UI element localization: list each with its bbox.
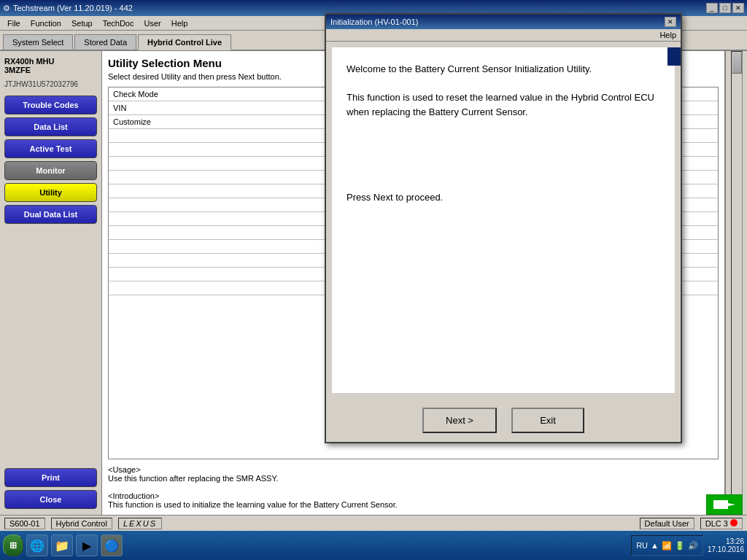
dialog-body: Welcome to the Battery Current Sensor In…	[332, 47, 675, 393]
data-list-button[interactable]: Data List	[4, 117, 97, 136]
taskbar-icon-folder[interactable]: 📁	[51, 534, 73, 556]
tab-system-select[interactable]: System Select	[3, 34, 73, 50]
clock-date: 17.10.2016	[708, 545, 744, 553]
tray-icon-1: ▲	[651, 541, 659, 550]
tab-hybrid-control-live[interactable]: Hybrid Control Live	[138, 34, 231, 50]
tab-stored-data[interactable]: Stored Data	[74, 34, 136, 50]
scrollbar[interactable]	[731, 51, 743, 515]
clock: 13:26 17.10.2016	[708, 537, 744, 553]
title-bar-left: ⚙ Techstream (Ver 11.20.019) - 442	[3, 4, 133, 13]
dialog-welcome-text: Welcome to the Battery Current Sensor In…	[347, 62, 660, 77]
menu-user[interactable]: User	[139, 18, 165, 29]
intro-label: <Introduction>	[108, 491, 719, 500]
app-icon: ⚙	[3, 4, 10, 13]
scrollbar-thumb[interactable]	[732, 52, 742, 74]
status-bar: S600-01 Hybrid Control LEXUS Default Use…	[0, 515, 747, 531]
exit-button[interactable]: Exit	[511, 408, 584, 433]
system-tray: RU ▲ 📶 🔋 🔊	[631, 535, 703, 556]
vin-info: JTJHW31U572032796	[4, 80, 97, 88]
arrow-button[interactable]	[706, 494, 743, 515]
maximize-button[interactable]: □	[719, 3, 731, 13]
trouble-codes-button[interactable]: Trouble Codes	[4, 96, 97, 114]
taskbar-icon-media[interactable]: ▶	[76, 534, 98, 556]
right-panel	[725, 51, 747, 515]
dialog-help-menu: Help	[326, 29, 681, 42]
menu-techdoc[interactable]: TechDoc	[98, 18, 139, 29]
sidebar: RX400h MHU3MZFE JTJHW31U572032796 Troubl…	[0, 51, 102, 515]
monitor-button[interactable]: Monitor	[4, 161, 97, 180]
usage-text: Use this function after replacing the SM…	[108, 474, 719, 483]
utility-button[interactable]: Utility	[4, 183, 97, 202]
print-button[interactable]: Print	[4, 468, 97, 487]
menu-function[interactable]: Function	[26, 18, 66, 29]
start-button[interactable]: ⊞	[3, 534, 23, 556]
dlc-indicator	[730, 519, 738, 526]
arrow-right-icon	[713, 499, 735, 510]
tray-icon-2: 📶	[662, 541, 672, 551]
intro-text: This function is used to initialize the …	[108, 500, 719, 509]
dialog-description-text: This function is used to reset the learn…	[347, 90, 660, 119]
usage-label: <Usage>	[108, 465, 719, 474]
dialog-title-bar: Initialization (HV-01-001) ✕	[326, 15, 681, 29]
usage-section: <Usage> Use this function after replacin…	[108, 465, 719, 509]
dialog-title: Initialization (HV-01-001)	[330, 18, 418, 26]
blue-accent-bar	[667, 47, 681, 66]
status-code: S600-01	[4, 518, 45, 529]
dialog-help-label[interactable]: Help	[659, 31, 676, 39]
svg-marker-0	[713, 500, 735, 509]
taskbar-icon-app[interactable]: 🔵	[101, 534, 123, 556]
locale-indicator: RU	[636, 541, 648, 550]
taskbar-right: RU ▲ 📶 🔋 🔊 13:26 17.10.2016	[631, 535, 744, 556]
dialog-proceed-text: Press Next to proceed.	[347, 190, 660, 205]
active-test-button[interactable]: Active Test	[4, 139, 97, 158]
minimize-button[interactable]: _	[706, 3, 718, 13]
clock-time: 13:26	[708, 537, 744, 545]
status-dlc: DLC 3	[700, 518, 743, 529]
taskbar-icon-ie[interactable]: 🌐	[26, 534, 48, 556]
menu-file[interactable]: File	[3, 18, 25, 29]
title-bar-controls: _ □ ✕	[706, 3, 744, 13]
dual-data-list-button[interactable]: Dual Data List	[4, 205, 97, 224]
menu-help[interactable]: Help	[167, 18, 193, 29]
close-button[interactable]: Close	[4, 490, 97, 509]
tray-icon-4: 🔊	[688, 541, 698, 551]
vehicle-info: RX400h MHU3MZFE	[4, 57, 97, 74]
status-right: Default User DLC 3	[640, 518, 743, 529]
close-button[interactable]: ✕	[732, 3, 744, 13]
status-brand: LEXUS	[118, 518, 162, 529]
dialog-close-button[interactable]: ✕	[665, 17, 676, 27]
window-title: Techstream (Ver 11.20.019) - 442	[13, 4, 133, 12]
taskbar: ⊞ 🌐 📁 ▶ 🔵 RU ▲ 📶 🔋 🔊 13:26 17.10.2016	[0, 531, 747, 560]
tray-icon-3: 🔋	[675, 541, 685, 551]
windows-logo: ⊞	[9, 540, 17, 551]
dialog-buttons: Next > Exit	[326, 399, 681, 442]
menu-setup[interactable]: Setup	[67, 18, 97, 29]
status-user: Default User	[640, 518, 694, 529]
next-button[interactable]: Next >	[422, 408, 497, 433]
initialization-dialog: Initialization (HV-01-001) ✕ Help Welcom…	[325, 13, 682, 443]
status-system: Hybrid Control	[51, 518, 112, 529]
